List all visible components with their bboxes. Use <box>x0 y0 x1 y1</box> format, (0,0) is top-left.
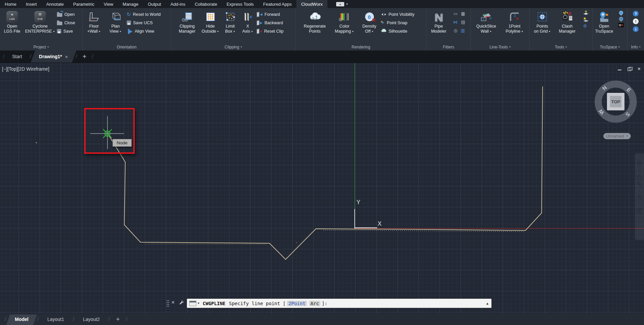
clip-forward-button[interactable]: ◀Forward <box>257 11 292 17</box>
showmotion-icon[interactable] <box>636 208 643 214</box>
restore-icon[interactable] <box>627 67 632 71</box>
menu-tab-manage[interactable]: Manage <box>118 0 143 8</box>
panel-label-info[interactable]: Info▾ <box>627 43 644 50</box>
project-close-button[interactable]: Close <box>57 20 81 26</box>
layout-tab-model[interactable]: Model <box>8 314 35 325</box>
menu-tab-insert[interactable]: Insert <box>21 0 42 8</box>
reset-clip-button[interactable]: ×Reset Clip <box>257 28 292 34</box>
color-mapping-button[interactable]: Color Mapping▼ <box>331 9 358 43</box>
menu-tab-parametric[interactable]: Parametric <box>68 0 99 8</box>
save-ucs-button[interactable]: Save UCS <box>127 20 170 26</box>
new-layout-button[interactable]: + <box>112 314 124 325</box>
fit-flange-icon[interactable]: ◎ <box>454 28 457 33</box>
point-snap-button[interactable]: *Point Snap <box>381 20 423 26</box>
file-tab-drawing1[interactable]: Drawing1* × <box>33 50 74 63</box>
point-visibility-button[interactable]: Point Visibility <box>381 11 423 17</box>
x-axis-clip-button[interactable]: × X Axis▼ <box>240 9 256 43</box>
panel-label-clipping[interactable]: Clipping▾ <box>171 43 295 50</box>
align-view-button[interactable]: ▐▶Align View <box>127 28 170 34</box>
viewport-controls-menu[interactable]: [−] <box>2 66 7 72</box>
new-drawing-tab-button[interactable]: + <box>79 50 90 63</box>
plan-view-button[interactable]: Plan View▼ <box>105 9 126 43</box>
fit-cylinder-icon[interactable]: ▭ <box>453 11 457 16</box>
panel-label-truspace[interactable]: TruSpace▾ <box>592 43 627 50</box>
reset-to-world-button[interactable]: ↻Reset to World <box>127 11 170 17</box>
menu-tab-collaborate[interactable]: Collaborate <box>190 0 222 8</box>
chevron-down-icon[interactable]: ▾ <box>639 202 640 206</box>
file-tab-start[interactable]: Start <box>6 50 28 63</box>
menu-tab-addins[interactable]: Add-ins <box>166 0 190 8</box>
menu-tab-output[interactable]: Output <box>143 0 166 8</box>
menu-tab-featured-apps[interactable]: Featured Apps <box>258 0 296 8</box>
truspace-density-off-icon[interactable]: O× <box>618 23 624 27</box>
points-on-grid-button[interactable]: Points on Grid▼ <box>530 9 554 43</box>
points-to-plane-icon[interactable] <box>583 10 589 15</box>
floor-wall-button[interactable]: Floor +Wall▼ <box>84 9 104 43</box>
chevron-down-icon[interactable]: ▼ <box>198 302 199 305</box>
quickslice-wall-button[interactable]: ×1 QuickSlice Wall▼ <box>472 9 501 43</box>
zoom-icon[interactable] <box>637 182 643 187</box>
target-visibility-icon[interactable] <box>583 24 589 29</box>
menu-tab-home[interactable]: Home <box>0 0 21 8</box>
one-point-polyline-button[interactable]: 1× 1Point Polyline▼ <box>501 9 528 43</box>
fit-beam-icon[interactable]: ▥ <box>461 28 465 33</box>
cyclone-enterprise-button[interactable]: ✻CYE Cyclone ENTERPRISE▼ <box>24 9 56 43</box>
regenerate-points-button[interactable]: Regenerate Points <box>299 9 330 43</box>
clip-backward-button[interactable]: ▶Backward <box>257 20 292 26</box>
panel-label-line-tools[interactable]: Line-Tools▾ <box>471 43 529 50</box>
open-truspace-button[interactable]: Open TruSpace <box>593 9 615 43</box>
drawing-viewport[interactable]: [−] [Top] [2D Wireframe] × N E S W TOP U… <box>0 63 644 314</box>
density-off-button[interactable]: 0 Density Off▼ <box>359 9 380 43</box>
command-history-up-icon[interactable]: ▲ <box>486 301 488 305</box>
orbit-icon[interactable] <box>636 194 643 200</box>
command-close-icon[interactable]: × <box>171 299 174 305</box>
about-icon[interactable]: i <box>633 26 639 32</box>
hide-outside-button[interactable]: Hide Outside▼ <box>200 9 221 43</box>
navbar-collapse-icon[interactable]: − <box>638 216 641 220</box>
truspace-visibility-icon[interactable] <box>618 16 624 22</box>
ribbon-collapse-menu-caret[interactable]: ▾ <box>346 2 348 6</box>
viewcube[interactable]: N E S W TOP <box>592 75 639 129</box>
fit-valve-icon[interactable]: ⋈ <box>453 20 458 25</box>
chevron-down-icon[interactable]: ▾ <box>639 168 640 173</box>
palette-grip-handle[interactable] <box>166 300 169 308</box>
fit-patch-icon[interactable]: ▦ <box>461 11 465 16</box>
pan-hand-icon[interactable] <box>637 174 642 180</box>
viewport-view-menu[interactable]: [Top] <box>7 66 18 72</box>
menu-tab-view[interactable]: View <box>99 0 118 8</box>
navigation-bar[interactable]: × ▾ ▾ ▾ − <box>635 153 644 240</box>
project-save-button[interactable]: Save <box>57 28 81 34</box>
clash-manager-button[interactable]: Clash Manager <box>555 9 579 43</box>
close-tab-icon[interactable]: × <box>65 54 68 60</box>
project-open-button[interactable]: Open <box>57 11 81 17</box>
ribbon-collapse-button[interactable]: ▲ <box>336 2 344 6</box>
menu-tab-express-tools[interactable]: Express Tools <box>222 0 259 8</box>
viewcube-views-pill[interactable]: Unnamed▼ <box>603 133 631 139</box>
chevron-down-icon[interactable]: ▾ <box>639 188 640 193</box>
command-input[interactable]: ▼ CWGPLINE Specify line point [ 2Point A… <box>187 298 492 308</box>
recent-commands-icon[interactable] <box>189 301 196 306</box>
alert-icon[interactable]: ! <box>633 19 639 24</box>
clipping-manager-button[interactable]: Clipping Manager <box>175 9 199 43</box>
layout-tab-layout2[interactable]: Layout2 <box>76 314 106 325</box>
pipe-modeler-button[interactable]: Pipe Modeler <box>428 9 449 43</box>
viewport-visual-style-menu[interactable]: [2D Wireframe] <box>18 66 49 72</box>
panel-label-tools[interactable]: Tools▾ <box>529 43 592 50</box>
open-lgs-file-button[interactable]: ●LGS Open LGS File <box>1 9 23 43</box>
silhouette-button[interactable]: Silhouette <box>381 28 423 34</box>
menu-tab-annotate[interactable]: Annotate <box>41 0 68 8</box>
navbar-close-icon[interactable]: × <box>641 154 643 159</box>
illuminate-plane-icon[interactable] <box>583 17 589 22</box>
menu-tab-cloudworx[interactable]: CloudWorx <box>296 0 327 8</box>
panel-label-project[interactable]: Project▾ <box>0 43 82 50</box>
command-option-arc[interactable]: Arc <box>309 301 320 306</box>
help-icon[interactable]: ? <box>633 11 639 16</box>
minimize-icon[interactable] <box>617 67 622 71</box>
layout-tab-layout1[interactable]: Layout1 <box>40 314 71 325</box>
limit-box-button[interactable]: Limit Box▼ <box>222 9 239 43</box>
fit-steel-icon[interactable]: ▤ <box>461 20 465 25</box>
navigation-wheel-icon[interactable] <box>637 160 643 167</box>
command-option-2point[interactable]: 2Point <box>287 301 307 306</box>
customize-wrench-icon[interactable] <box>179 299 185 306</box>
close-icon[interactable]: × <box>638 67 641 71</box>
